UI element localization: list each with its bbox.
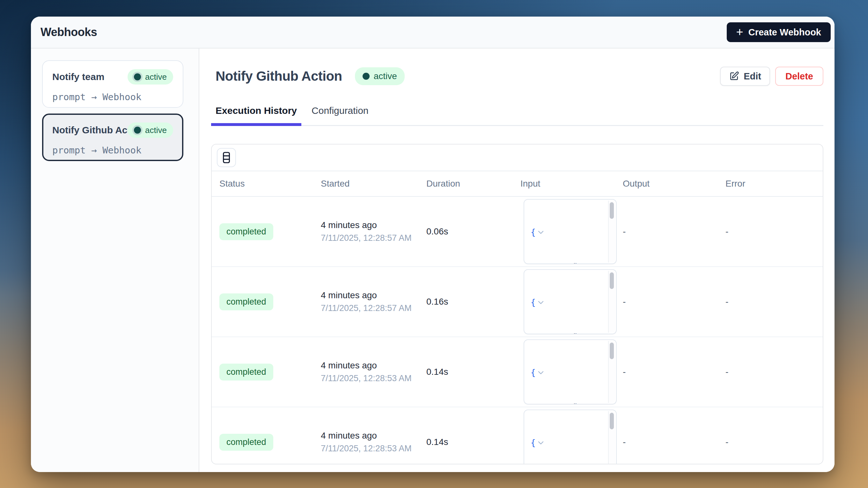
column-header-error: Error bbox=[725, 179, 823, 189]
json-brace-line[interactable]: { bbox=[531, 296, 608, 308]
webhook-name: Notify Github Acti... bbox=[52, 125, 128, 135]
webhook-list-sidebar: Notify team active prompt → Webhook Noti… bbox=[31, 49, 199, 472]
started-cell: 4 minutes ago 7/11/2025, 12:28:53 AM bbox=[321, 360, 426, 384]
json-line: type: "prompt- bbox=[531, 261, 608, 264]
started-cell: 4 minutes ago 7/11/2025, 12:28:53 AM bbox=[321, 431, 426, 454]
edit-button-label: Edit bbox=[744, 71, 761, 82]
completed-badge: completed bbox=[219, 364, 273, 380]
completed-badge: completed bbox=[219, 434, 273, 451]
tab-configuration[interactable]: Configuration bbox=[307, 99, 373, 126]
json-brace-line[interactable]: { bbox=[531, 226, 608, 238]
status-badge: active bbox=[355, 67, 405, 85]
column-header-status: Status bbox=[219, 179, 321, 189]
scrollbar-thumb[interactable] bbox=[610, 413, 614, 429]
status-badge-label: active bbox=[145, 72, 167, 82]
column-header-started: Started bbox=[321, 179, 426, 189]
detail-tabs: Execution History Configuration bbox=[211, 99, 824, 126]
column-header-duration: Duration bbox=[426, 179, 520, 189]
output-cell: - bbox=[623, 226, 725, 237]
started-absolute: 7/11/2025, 12:28:53 AM bbox=[321, 444, 426, 454]
webhooks-app-window: Webhooks + Create Webhook Notify team ac… bbox=[31, 17, 835, 472]
table-rows-icon bbox=[221, 151, 231, 164]
error-cell: - bbox=[725, 297, 823, 307]
sidebar-webhook-item[interactable]: Notify team active prompt → Webhook bbox=[42, 60, 183, 108]
error-cell: - bbox=[725, 437, 823, 447]
json-brace-line[interactable]: { bbox=[531, 436, 608, 449]
execution-history-panel: Status Started Duration Input Output Err… bbox=[211, 144, 824, 464]
detail-header: Notify Github Action active Edit bbox=[211, 65, 824, 87]
status-dot-icon bbox=[134, 73, 141, 80]
started-relative: 4 minutes ago bbox=[321, 290, 426, 301]
delete-button[interactable]: Delete bbox=[775, 67, 824, 86]
started-cell: 4 minutes ago 7/11/2025, 12:28:57 AM bbox=[321, 290, 426, 313]
input-json-viewer[interactable]: { type: "prompt-version"promptId:"a8ad50… bbox=[524, 199, 617, 264]
started-relative: 4 minutes ago bbox=[321, 220, 426, 230]
scrollbar-track[interactable] bbox=[608, 271, 615, 333]
input-json-code: { type: "prompt-version"promptId:"a8ad50… bbox=[524, 200, 616, 264]
status-cell: completed bbox=[219, 294, 321, 310]
scrollbar-track[interactable] bbox=[608, 201, 615, 263]
input-cell: { type: "prompt-version"promptId:"ec87a5… bbox=[520, 409, 623, 464]
input-cell: { type: "prompt-version"promptId:"a8ad50… bbox=[520, 199, 623, 264]
table-toolbar bbox=[212, 145, 823, 171]
tab-execution-history[interactable]: Execution History bbox=[211, 99, 301, 126]
scrollbar-track[interactable] bbox=[608, 341, 615, 403]
completed-badge: completed bbox=[219, 223, 273, 240]
scrollbar-thumb[interactable] bbox=[610, 202, 614, 219]
duration-cell: 0.16s bbox=[426, 297, 520, 307]
started-relative: 4 minutes ago bbox=[321, 431, 426, 441]
input-json-code: { type: "prompt-version"promptId:"f3453f… bbox=[524, 270, 616, 334]
plus-icon: + bbox=[736, 26, 743, 38]
execution-table-row[interactable]: completed 4 minutes ago 7/11/2025, 12:28… bbox=[212, 407, 823, 464]
input-json-viewer[interactable]: { type: "prompt-version"promptId:"cm2fd5… bbox=[524, 339, 617, 404]
webhook-title: Notify Github Action bbox=[216, 68, 342, 84]
input-json-code: { type: "prompt-version"promptId:"cm2fd5… bbox=[524, 340, 616, 404]
status-dot-icon bbox=[134, 127, 141, 134]
started-cell: 4 minutes ago 7/11/2025, 12:28:57 AM bbox=[321, 220, 426, 243]
execution-table-row[interactable]: completed 4 minutes ago 7/11/2025, 12:28… bbox=[212, 197, 823, 267]
app-body: Notify team active prompt → Webhook Noti… bbox=[31, 49, 835, 472]
output-cell: - bbox=[623, 297, 725, 307]
started-absolute: 7/11/2025, 12:28:57 AM bbox=[321, 233, 426, 243]
pencil-square-icon bbox=[729, 71, 739, 81]
chevron-down-icon bbox=[538, 437, 544, 447]
scrollbar-thumb[interactable] bbox=[610, 272, 614, 289]
webhook-detail-main: Notify Github Action active Edit bbox=[199, 49, 835, 472]
sidebar-item-top: Notify Github Acti... active bbox=[52, 122, 173, 138]
chevron-down-icon bbox=[538, 367, 544, 377]
status-cell: completed bbox=[219, 434, 321, 451]
column-header-input: Input bbox=[520, 179, 623, 189]
create-webhook-label: Create Webhook bbox=[748, 27, 821, 38]
create-webhook-button[interactable]: + Create Webhook bbox=[727, 22, 831, 42]
json-line: type: "prompt- bbox=[531, 331, 608, 334]
status-badge-label: active bbox=[374, 71, 397, 81]
webhook-route: prompt → Webhook bbox=[52, 92, 173, 102]
scrollbar-thumb[interactable] bbox=[610, 342, 614, 359]
sidebar-item-top: Notify team active bbox=[52, 69, 173, 85]
input-json-viewer[interactable]: { type: "prompt-version"promptId:"ec87a5… bbox=[524, 409, 617, 464]
duration-cell: 0.14s bbox=[426, 367, 520, 377]
input-json-viewer[interactable]: { type: "prompt-version"promptId:"f3453f… bbox=[524, 269, 617, 334]
output-cell: - bbox=[623, 367, 725, 377]
json-brace-line[interactable]: { bbox=[531, 366, 608, 378]
execution-table-row[interactable]: completed 4 minutes ago 7/11/2025, 12:28… bbox=[212, 337, 823, 407]
desktop-background: { "app": { "title": "Webhooks", "create_… bbox=[0, 0, 868, 488]
webhook-name: Notify team bbox=[52, 71, 104, 82]
error-cell: - bbox=[725, 226, 823, 237]
chevron-down-icon bbox=[538, 227, 544, 236]
input-json-code: { type: "prompt-version"promptId:"ec87a5… bbox=[524, 410, 616, 464]
scrollbar-track[interactable] bbox=[608, 411, 615, 464]
webhook-route: prompt → Webhook bbox=[52, 145, 173, 156]
execution-table-row[interactable]: completed 4 minutes ago 7/11/2025, 12:28… bbox=[212, 267, 823, 337]
column-header-output: Output bbox=[623, 179, 725, 189]
input-cell: { type: "prompt-version"promptId:"f3453f… bbox=[520, 269, 623, 334]
completed-badge: completed bbox=[219, 294, 273, 310]
duration-cell: 0.14s bbox=[426, 437, 520, 447]
started-relative: 4 minutes ago bbox=[321, 360, 426, 371]
table-view-button[interactable] bbox=[217, 148, 236, 167]
edit-button[interactable]: Edit bbox=[720, 67, 770, 86]
sidebar-webhook-item[interactable]: Notify Github Acti... active prompt → We… bbox=[42, 114, 183, 161]
table-body: completed 4 minutes ago 7/11/2025, 12:28… bbox=[212, 197, 823, 464]
table-header-row: Status Started Duration Input Output Err… bbox=[212, 171, 823, 197]
status-cell: completed bbox=[219, 223, 321, 240]
